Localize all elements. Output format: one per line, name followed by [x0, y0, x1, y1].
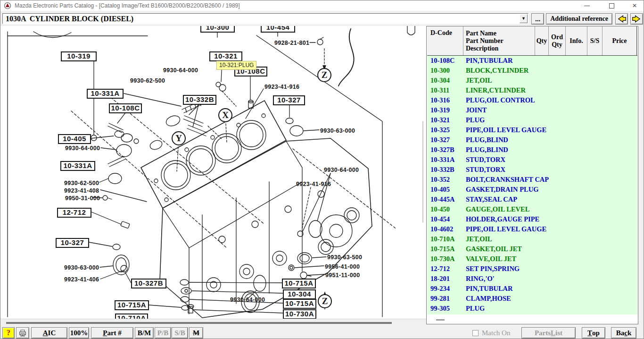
close-button[interactable]: ✕: [624, 0, 644, 11]
part-d-code[interactable]: 10-311: [430, 85, 449, 95]
additional-reference-button[interactable]: Additional reference: [546, 13, 612, 25]
diagram-part-number[interactable]: 9930-62-500: [64, 180, 99, 186]
diagram-part-number[interactable]: 9930-63-000: [64, 264, 99, 271]
part-name[interactable]: SET PIN,SPRING: [466, 264, 520, 274]
table-row[interactable]: 10-715AGASKET,OIL JET: [427, 244, 637, 254]
part-name[interactable]: BLOCK,CYLINDER: [466, 66, 528, 76]
table-row[interactable]: 18-201RING,'O': [427, 274, 637, 284]
part-d-code[interactable]: 12-712: [430, 264, 450, 274]
diagram-part-label[interactable]: 10-331A: [60, 161, 95, 171]
table-row[interactable]: 10-108CPIN,TUBULAR: [427, 56, 637, 66]
part-d-code[interactable]: 10-332B: [430, 165, 454, 175]
diagram-horizontal-scrollbar[interactable]: [0, 319, 426, 326]
part-name[interactable]: STUD,TORX: [466, 155, 505, 165]
part-d-code[interactable]: 99-281: [430, 294, 450, 304]
diagram-part-number[interactable]: 9930-64-000: [163, 67, 198, 74]
table-row[interactable]: 10-445ASTAY,SEAL CAP: [427, 195, 637, 204]
diagram-part-label[interactable]: 10-715A: [283, 299, 316, 309]
part-name[interactable]: JET,OIL: [466, 234, 492, 244]
diagram-part-label[interactable]: 12-712: [57, 208, 91, 218]
part-d-code[interactable]: 10-710A: [430, 234, 455, 244]
diagram-part-label[interactable]: 10-715A: [115, 300, 149, 310]
help-button[interactable]: ?: [2, 327, 15, 339]
diagram-scrollbar-thumb[interactable]: [6, 322, 392, 324]
diagram-part-number[interactable]: 9930-63-000: [320, 127, 355, 134]
table-row[interactable]: 10-331ASTUD,TORX: [427, 155, 637, 165]
part-name[interactable]: STUD,TORX: [466, 165, 505, 175]
part-d-code[interactable]: 10-327B: [430, 145, 454, 155]
table-row[interactable]: 10-730AVALVE,OIL JET: [427, 254, 637, 264]
part-d-code[interactable]: 10-321: [430, 115, 450, 125]
table-row[interactable]: 10-4602PIPE,OIL LEVEL GAUGE: [427, 224, 637, 234]
part-name[interactable]: RING,'O': [466, 274, 495, 284]
next-page-button[interactable]: [630, 13, 643, 25]
part-d-code[interactable]: 10-454: [430, 214, 450, 224]
part-name[interactable]: HOLDER,GAUGE PIPE: [466, 214, 539, 224]
table-row[interactable]: 10-332BSTUD,TORX: [427, 165, 637, 175]
part-name[interactable]: PLUG: [466, 304, 485, 314]
diagram-part-label[interactable]: 10-327: [56, 238, 89, 248]
zoom-level-button[interactable]: 100%: [69, 327, 89, 339]
part-name[interactable]: GASKET,DRAIN PLUG: [466, 185, 538, 195]
diagram-part-number[interactable]: 9928-21-801: [274, 40, 309, 46]
part-d-code[interactable]: 18-201: [430, 274, 450, 284]
part-d-code[interactable]: 10-108C: [430, 56, 455, 66]
part-d-code[interactable]: 10-325: [430, 125, 450, 135]
diagram-part-label[interactable]: 10-321: [209, 51, 242, 61]
part-d-code[interactable]: 10-316: [430, 95, 450, 105]
part-name[interactable]: VALVE,OIL JET: [466, 254, 516, 264]
part-name[interactable]: PLUG: [466, 115, 485, 125]
diagram-part-label[interactable]: 10-332B: [183, 95, 216, 105]
table-row[interactable]: 12-712SET PIN,SPRING: [427, 264, 637, 274]
combobox-dropdown-button[interactable]: ▼: [520, 14, 528, 23]
diagram-part-number[interactable]: 9923-41-916: [264, 84, 299, 90]
diagram-part-number[interactable]: 9930-64-000: [230, 297, 265, 303]
diagram-part-number[interactable]: 9930-63-500: [327, 254, 362, 261]
diagram-part-number[interactable]: 9951-11-000: [325, 272, 360, 279]
part-name[interactable]: PIN,TUBULAR: [466, 284, 513, 294]
previous-page-button[interactable]: [615, 13, 628, 25]
part-d-code[interactable]: 10-300: [430, 66, 450, 76]
part-d-code[interactable]: 10-304: [430, 76, 450, 85]
print-button[interactable]: [16, 327, 29, 339]
diagram-part-label[interactable]: 10-319: [61, 51, 97, 61]
diagram-part-label[interactable]: 10-304: [283, 289, 316, 299]
part-number-button[interactable]: Part #: [91, 327, 133, 339]
diagram-part-number[interactable]: 9930-64-000: [324, 167, 359, 173]
table-row[interactable]: 99-234PIN,TUBULAR: [427, 284, 637, 294]
section-combobox[interactable]: 1030A CYLINDER BLOCK (DIESEL) ▼: [2, 13, 528, 24]
diagram-part-number[interactable]: 9956-41-000: [325, 263, 360, 270]
diagram-part-label[interactable]: 10-327B: [131, 279, 166, 288]
diagram-part-number[interactable]: 9923-41-406: [64, 276, 99, 283]
table-row[interactable]: 10-321PLUG: [427, 115, 637, 125]
part-name[interactable]: LINER,CYLINDER: [466, 85, 526, 95]
part-d-code[interactable]: 10-730A: [430, 254, 455, 264]
aic-button[interactable]: AIC: [31, 327, 67, 339]
table-row[interactable]: 10-319JOINT: [427, 105, 637, 115]
part-name[interactable]: PIPE,OIL LEVEL GAUGE: [466, 125, 546, 135]
part-name[interactable]: PIPE,OIL LEVEL GAUGE: [466, 224, 546, 234]
diagram-part-number[interactable]: 9930-62-500: [130, 77, 165, 84]
diagram-part-label[interactable]: 10-327: [273, 95, 305, 105]
diagram-part-label[interactable]: 10-108C: [109, 103, 142, 113]
table-row[interactable]: 10-325PIPE,OIL LEVEL GAUGE: [427, 125, 637, 135]
part-d-code[interactable]: 99-234: [430, 284, 450, 294]
diagram-part-number[interactable]: 9923-41-916: [296, 181, 331, 187]
part-name[interactable]: STAY,SEAL CAP: [466, 195, 517, 204]
part-d-code[interactable]: 10-445A: [430, 195, 455, 204]
part-d-code[interactable]: 99-305: [430, 304, 450, 314]
back-button[interactable]: Back: [611, 327, 636, 339]
part-d-code[interactable]: 10-352: [430, 175, 450, 185]
part-d-code[interactable]: 10-715A: [430, 244, 455, 254]
table-row[interactable]: 99-305PLUG: [427, 304, 637, 314]
table-row[interactable]: 10-710AJET,OIL: [427, 234, 637, 244]
maximize-button[interactable]: [601, 0, 622, 11]
top-button[interactable]: Top: [582, 327, 605, 339]
table-row[interactable]: 10-300BLOCK,CYLINDER: [427, 66, 637, 76]
part-d-code[interactable]: 10-331A: [430, 155, 455, 165]
diagram-part-label[interactable]: 10-405: [58, 134, 91, 144]
table-row[interactable]: 99-281CLAMP,HOSE: [427, 294, 637, 304]
table-row[interactable]: 10-311LINER,CYLINDER: [427, 85, 637, 95]
part-name[interactable]: BOLT,CRANKSHAFT CAP: [466, 175, 549, 185]
part-d-code[interactable]: 10-450: [430, 204, 450, 214]
